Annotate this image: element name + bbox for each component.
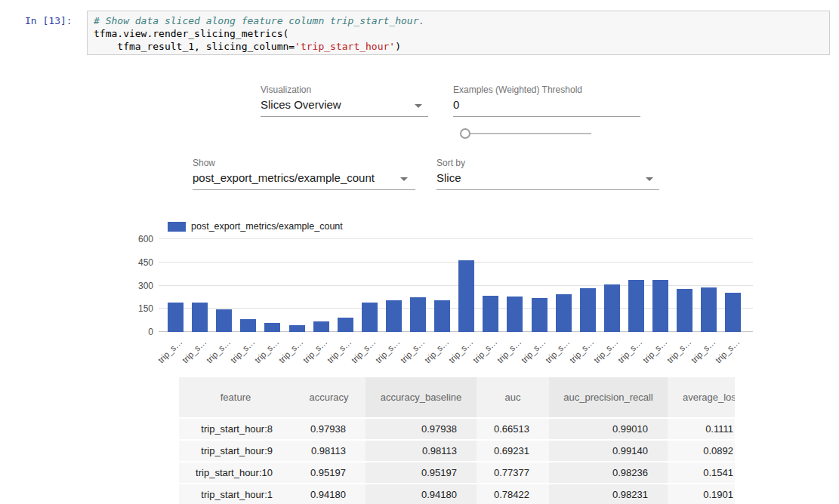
table-cell: 0.0892 bbox=[668, 441, 735, 461]
chevron-down-icon[interactable] bbox=[415, 104, 422, 108]
bar bbox=[434, 300, 450, 332]
table-cell: 0.98113 bbox=[366, 441, 477, 461]
table-row: trip_start_hour:90.981130.981130.692310.… bbox=[179, 441, 735, 461]
table-cell: 0.95197 bbox=[366, 463, 477, 483]
chevron-down-icon[interactable] bbox=[646, 177, 653, 181]
threshold-input[interactable]: 0 bbox=[453, 98, 640, 117]
code-text: # Show data sliced along feature column … bbox=[94, 14, 823, 53]
code-cell[interactable]: # Show data sliced along feature column … bbox=[87, 11, 830, 55]
table-cell: trip_start_hour:10 bbox=[179, 463, 292, 483]
table-cell: trip_start_hour:9 bbox=[179, 441, 292, 461]
gridline bbox=[159, 262, 753, 263]
legend-label: post_export_metrics/example_count bbox=[191, 221, 343, 232]
table-cell: trip_start_hour:8 bbox=[179, 419, 292, 439]
metrics-table: featureaccuracyaccuracy_baselineaucauc_p… bbox=[179, 377, 735, 504]
y-axis-tick-label: 300 bbox=[121, 280, 153, 292]
table-cell: 0.95197 bbox=[292, 463, 366, 483]
threshold-label: Examples (Weighted) Threshold bbox=[453, 85, 582, 95]
gridline bbox=[159, 238, 753, 239]
table-header-cell: accuracy bbox=[292, 377, 366, 417]
table-row: trip_start_hour:100.951970.951970.773770… bbox=[179, 463, 735, 483]
bar bbox=[701, 287, 717, 332]
table-header-row: featureaccuracyaccuracy_baselineaucauc_p… bbox=[179, 377, 735, 417]
bar bbox=[580, 288, 596, 332]
table-cell: 0.94180 bbox=[366, 484, 477, 504]
bar bbox=[216, 309, 232, 332]
bar bbox=[507, 297, 523, 332]
bar bbox=[652, 280, 668, 332]
bar bbox=[362, 303, 378, 332]
code-arg-post: ) bbox=[395, 41, 401, 52]
bar bbox=[677, 289, 692, 332]
code-arg-string: 'trip_start_hour' bbox=[295, 41, 395, 52]
bar bbox=[725, 293, 741, 332]
table-header-cell: auc bbox=[477, 377, 549, 417]
y-axis-tick-label: 150 bbox=[121, 303, 153, 315]
table-cell: 0.77377 bbox=[477, 463, 549, 483]
table-cell: 0.97938 bbox=[366, 419, 477, 439]
threshold-slider-knob[interactable] bbox=[460, 128, 470, 139]
bar bbox=[264, 323, 280, 332]
table-cell: 0.98236 bbox=[549, 463, 668, 483]
show-label: Show bbox=[193, 158, 215, 168]
table-row: trip_start_hour:80.979380.979380.665130.… bbox=[179, 419, 735, 439]
y-axis-tick-label: 450 bbox=[121, 257, 153, 269]
bar bbox=[410, 297, 426, 332]
bar bbox=[628, 280, 644, 332]
bar bbox=[532, 298, 548, 332]
chevron-down-icon[interactable] bbox=[400, 177, 408, 181]
bar bbox=[483, 296, 498, 332]
threshold-input-value[interactable]: 0 bbox=[453, 98, 640, 117]
code-comment: # Show data sliced along feature column … bbox=[94, 15, 424, 26]
table-cell: 0.66513 bbox=[477, 419, 549, 439]
bar bbox=[386, 300, 402, 332]
table-cell: 0.94180 bbox=[292, 484, 366, 504]
bar bbox=[604, 284, 620, 332]
table-header-cell: feature bbox=[179, 377, 292, 417]
bar bbox=[192, 303, 208, 332]
visualization-label: Visualization bbox=[261, 85, 311, 95]
table-cell: 0.1541 bbox=[668, 463, 735, 483]
table-cell: 0.69231 bbox=[477, 441, 549, 461]
y-axis-tick-label: 600 bbox=[121, 233, 153, 245]
bar bbox=[240, 319, 256, 332]
bar bbox=[338, 318, 353, 332]
show-metric-dropdown-value[interactable]: post_export_metrics/example_count bbox=[193, 171, 415, 190]
table-cell: trip_start_hour:1 bbox=[179, 484, 292, 504]
bar bbox=[289, 325, 305, 332]
table-cell: 0.1111 bbox=[668, 419, 735, 439]
table-cell: 0.98231 bbox=[549, 484, 668, 504]
legend-swatch bbox=[168, 222, 186, 232]
tfma-slicing-metrics-page: In [13]: # Show data sliced along featur… bbox=[0, 0, 839, 504]
bar-chart bbox=[159, 239, 753, 332]
code-arg-pre: tfma_result_1, slicing_column= bbox=[94, 41, 295, 52]
bar bbox=[313, 321, 329, 332]
bar bbox=[168, 303, 184, 332]
table-header-cell: auc_precision_recall bbox=[549, 377, 668, 417]
bar bbox=[458, 260, 474, 332]
bar bbox=[556, 294, 572, 332]
y-axis-tick-label: 0 bbox=[121, 326, 153, 338]
visualization-dropdown-value[interactable]: Slices Overview bbox=[261, 98, 428, 117]
chart-legend: post_export_metrics/example_count bbox=[168, 221, 343, 232]
cell-prompt: In [13]: bbox=[25, 15, 72, 26]
sort-by-dropdown[interactable]: Slice bbox=[436, 171, 659, 190]
table-header-cell: accuracy_baseline bbox=[366, 377, 477, 417]
sort-by-dropdown-value[interactable]: Slice bbox=[436, 171, 659, 190]
visualization-dropdown[interactable]: Slices Overview bbox=[261, 98, 428, 117]
threshold-slider-track[interactable] bbox=[464, 133, 591, 134]
table-header-cell: average_loss bbox=[668, 377, 735, 417]
table-cell: 0.1901 bbox=[668, 484, 735, 504]
table-cell: 0.99010 bbox=[549, 419, 668, 439]
table-cell: 0.98113 bbox=[292, 441, 366, 461]
table-row: trip_start_hour:10.941800.941800.784220.… bbox=[179, 484, 735, 504]
table-cell: 0.78422 bbox=[477, 484, 549, 504]
code-call: tfma.view.render_slicing_metrics( bbox=[94, 28, 288, 39]
table-cell: 0.99140 bbox=[549, 441, 668, 461]
sort-by-label: Sort by bbox=[436, 158, 465, 168]
table-cell: 0.97938 bbox=[292, 419, 366, 439]
show-metric-dropdown[interactable]: post_export_metrics/example_count bbox=[193, 171, 415, 190]
